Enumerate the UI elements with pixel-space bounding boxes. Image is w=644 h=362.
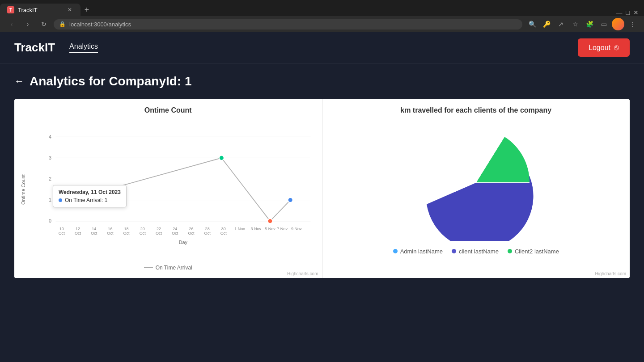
- logout-button[interactable]: Logout ⎋: [578, 38, 630, 57]
- svg-text:10: 10: [59, 227, 64, 231]
- svg-text:4: 4: [49, 134, 51, 139]
- legend-item-client: client lastName: [452, 248, 499, 255]
- line-chart-svg: 4 3 2 1 0: [39, 118, 315, 261]
- legend-line: [144, 267, 153, 268]
- pie-slice-client[interactable]: [427, 176, 534, 241]
- legend-item-admin: Admin lastName: [393, 248, 443, 255]
- svg-text:30: 30: [221, 227, 226, 231]
- refresh-button[interactable]: ↻: [38, 18, 50, 30]
- svg-text:Oct: Oct: [123, 231, 130, 236]
- legend-item-client2: Client2 lastName: [508, 248, 559, 255]
- window-maximize-button[interactable]: □: [626, 9, 630, 16]
- svg-text:Oct: Oct: [156, 231, 162, 236]
- svg-text:28: 28: [205, 227, 210, 231]
- page-title-row: ← Analytics for CompanyId: 1: [14, 74, 630, 88]
- header-left: TrackIT Analytics: [14, 41, 98, 55]
- svg-text:24: 24: [173, 227, 177, 231]
- forward-button[interactable]: ›: [21, 18, 34, 30]
- svg-text:Day: Day: [179, 240, 188, 245]
- browser-tabs: T TrackIT ✕ + — □ ✕: [0, 0, 644, 16]
- svg-text:Oct: Oct: [75, 231, 81, 236]
- url-text: localhost:3000/analytics: [69, 21, 131, 28]
- svg-text:Oct: Oct: [91, 231, 97, 236]
- tab-title: TrackIT: [18, 7, 38, 13]
- analytics-nav-link[interactable]: Analytics: [69, 42, 98, 53]
- window-minimize-button[interactable]: —: [616, 9, 623, 16]
- address-bar[interactable]: 🔒 localhost:3000/analytics: [54, 19, 522, 29]
- svg-text:2: 2: [49, 176, 51, 181]
- pie-chart-svg: [418, 125, 534, 241]
- legend-label-client2: Client2 lastName: [515, 248, 559, 255]
- legend-item-on-time: On Time Arrival: [144, 265, 192, 271]
- pie-chart-container: Admin lastName client lastName Client2 l…: [330, 118, 623, 261]
- charts-row: Ontime Count Ontime Count 4: [14, 99, 630, 278]
- svg-text:16: 16: [108, 227, 112, 231]
- pie-slice-client2[interactable]: [476, 137, 530, 183]
- bookmark-icon[interactable]: ☆: [569, 18, 581, 30]
- svg-text:Oct: Oct: [172, 231, 178, 236]
- page-content: ← Analytics for CompanyId: 1 Ontime Coun…: [0, 63, 644, 289]
- svg-text:7 Nov: 7 Nov: [277, 227, 288, 231]
- svg-text:3 Nov: 3 Nov: [250, 227, 261, 231]
- browser-toolbar: ‹ › ↻ 🔒 localhost:3000/analytics 🔍 🔑 ↗ ☆…: [0, 16, 644, 32]
- svg-text:26: 26: [189, 227, 193, 231]
- legend-label-admin: Admin lastName: [400, 248, 443, 255]
- legend-dot-client: [452, 249, 456, 253]
- toolbar-icons: 🔍 🔑 ↗ ☆ 🧩 ▭ ⋮: [526, 18, 639, 30]
- password-icon[interactable]: 🔑: [540, 18, 553, 30]
- pie-chart-title: km travelled for each clients of the com…: [330, 106, 623, 114]
- data-point-9nov[interactable]: [288, 198, 293, 202]
- svg-text:9 Nov: 9 Nov: [291, 227, 302, 231]
- svg-text:1 Nov: 1 Nov: [234, 227, 245, 231]
- svg-text:Oct: Oct: [204, 231, 211, 236]
- logout-label: Logout: [589, 44, 610, 52]
- svg-text:1: 1: [49, 197, 51, 202]
- tab-favicon: T: [7, 6, 14, 13]
- svg-text:Oct: Oct: [140, 231, 146, 236]
- legend-label-client: client lastName: [459, 248, 499, 255]
- svg-text:0: 0: [49, 218, 51, 223]
- legend-label: On Time Arrival: [156, 265, 192, 271]
- menu-icon[interactable]: ⋮: [626, 18, 639, 30]
- legend-dot-client2: [508, 249, 512, 253]
- extensions-icon[interactable]: 🧩: [583, 18, 596, 30]
- data-point-3nov[interactable]: [219, 156, 224, 160]
- line-chart-panel: Ontime Count Ontime Count 4: [14, 99, 322, 278]
- tab-close-button[interactable]: ✕: [66, 6, 73, 13]
- back-button[interactable]: ‹: [5, 18, 18, 30]
- line-chart-container: 4 3 2 1 0: [39, 118, 315, 261]
- data-point-7nov[interactable]: [268, 219, 273, 223]
- app-header: TrackIT Analytics Logout ⎋: [0, 32, 644, 63]
- app-logo: TrackIT: [14, 41, 55, 55]
- share-icon[interactable]: ↗: [555, 18, 567, 30]
- svg-text:Oct: Oct: [107, 231, 114, 236]
- svg-text:Oct: Oct: [188, 231, 195, 236]
- page-title: Analytics for CompanyId: 1: [30, 74, 192, 88]
- search-icon[interactable]: 🔍: [526, 18, 538, 30]
- new-tab-button[interactable]: +: [80, 4, 93, 16]
- pie-chart-legend: Admin lastName client lastName Client2 l…: [393, 248, 559, 255]
- svg-text:3: 3: [49, 155, 51, 160]
- svg-text:20: 20: [140, 227, 145, 231]
- svg-text:14: 14: [92, 227, 96, 231]
- highcharts-credit-line: Highcharts.com: [287, 271, 318, 276]
- y-axis-label: Ontime Count: [21, 174, 26, 205]
- svg-text:Oct: Oct: [59, 231, 65, 236]
- pie-chart-panel: km travelled for each clients of the com…: [322, 99, 630, 278]
- line-chart-legend: On Time Arrival: [21, 265, 315, 271]
- logout-icon: ⎋: [614, 43, 619, 52]
- data-point-11oct[interactable]: [67, 198, 72, 202]
- svg-text:22: 22: [157, 227, 161, 231]
- svg-text:18: 18: [124, 227, 129, 231]
- app-container: TrackIT Analytics Logout ⎋ ← Analytics f…: [0, 32, 644, 362]
- window-close-button[interactable]: ✕: [633, 9, 639, 16]
- svg-text:5 Nov: 5 Nov: [265, 227, 275, 231]
- browser-chrome: T TrackIT ✕ + — □ ✕ ‹ › ↻ 🔒 localhost:30…: [0, 0, 644, 32]
- svg-text:12: 12: [76, 227, 80, 231]
- highcharts-credit-pie: Highcharts.com: [595, 271, 626, 276]
- sidebar-icon[interactable]: ▭: [597, 18, 610, 30]
- back-button[interactable]: ←: [14, 76, 24, 87]
- active-tab: T TrackIT ✕: [0, 4, 80, 16]
- profile-icon[interactable]: [612, 18, 624, 30]
- svg-text:Oct: Oct: [220, 231, 227, 236]
